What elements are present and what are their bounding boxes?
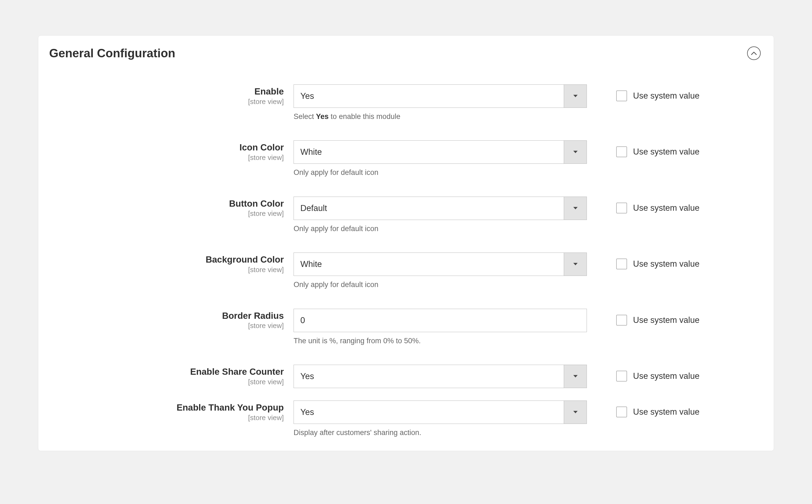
system-value-col: Use system value — [587, 309, 700, 326]
use-system-value-label: Use system value — [633, 259, 700, 269]
label-col: Button Color [store view] — [49, 197, 294, 218]
field-hint: Select Yes to enable this module — [294, 112, 587, 121]
system-value-col: Use system value — [587, 253, 700, 269]
system-value-col: Use system value — [587, 140, 700, 157]
label-col: Enable [store view] — [49, 84, 294, 106]
system-value-col: Use system value — [587, 401, 700, 417]
use-system-value-label: Use system value — [633, 315, 700, 325]
thank-you-popup-select[interactable]: Yes — [294, 401, 587, 424]
use-system-value-checkbox[interactable] — [616, 90, 627, 101]
control-col: The unit is %, ranging from 0% to 50%. — [294, 309, 587, 346]
enable-select[interactable]: Yes — [294, 84, 587, 108]
field-hint: Only apply for default icon — [294, 280, 587, 289]
use-system-value-checkbox[interactable] — [616, 407, 627, 417]
background-color-select[interactable]: White — [294, 253, 587, 276]
use-system-value-label: Use system value — [633, 91, 700, 101]
chevron-up-icon — [751, 51, 757, 55]
dropdown-arrow — [564, 253, 587, 276]
control-col: White Only apply for default icon — [294, 253, 587, 289]
select-value: Yes — [294, 407, 564, 417]
dropdown-arrow — [564, 401, 587, 424]
select-value: White — [294, 147, 564, 157]
use-system-value-checkbox[interactable] — [616, 315, 627, 326]
field-scope: [store view] — [49, 209, 284, 218]
system-value-col: Use system value — [587, 197, 700, 213]
caret-down-icon — [573, 207, 578, 210]
field-label: Border Radius — [49, 310, 284, 321]
field-scope: [store view] — [49, 414, 284, 422]
use-system-value-checkbox[interactable] — [616, 203, 627, 213]
use-system-value-label: Use system value — [633, 407, 700, 417]
field-icon-color: Icon Color [store view] White Only apply… — [49, 140, 763, 177]
label-col: Background Color [store view] — [49, 253, 294, 274]
caret-down-icon — [573, 263, 578, 266]
field-label: Icon Color — [49, 142, 284, 153]
field-enable: Enable [store view] Yes Select Yes to en… — [49, 84, 763, 121]
select-value: Yes — [294, 371, 564, 381]
use-system-value-label: Use system value — [633, 371, 700, 381]
system-value-col: Use system value — [587, 84, 700, 101]
system-value-col: Use system value — [587, 365, 700, 382]
field-hint: Display after customers' sharing action. — [294, 428, 587, 437]
general-configuration-panel: General Configuration Enable [store view… — [38, 35, 774, 451]
field-hint: The unit is %, ranging from 0% to 50%. — [294, 336, 587, 346]
share-counter-select[interactable]: Yes — [294, 365, 587, 388]
control-col: Default Only apply for default icon — [294, 197, 587, 234]
field-scope: [store view] — [49, 153, 284, 162]
field-scope: [store view] — [49, 322, 284, 330]
collapse-toggle[interactable] — [747, 46, 761, 60]
field-button-color: Button Color [store view] Default Only a… — [49, 197, 763, 234]
field-thank-you-popup: Enable Thank You Popup [store view] Yes … — [49, 401, 763, 437]
field-label: Enable Share Counter — [49, 366, 284, 377]
label-col: Enable Share Counter [store view] — [49, 365, 294, 386]
border-radius-input[interactable] — [294, 309, 587, 332]
use-system-value-checkbox[interactable] — [616, 259, 627, 269]
field-label: Background Color — [49, 254, 284, 265]
control-col: White Only apply for default icon — [294, 140, 587, 177]
caret-down-icon — [573, 375, 578, 378]
field-background-color: Background Color [store view] White Only… — [49, 253, 763, 289]
control-col: Yes Select Yes to enable this module — [294, 84, 587, 121]
control-col: Yes — [294, 365, 587, 388]
field-label: Button Color — [49, 198, 284, 209]
select-value: Yes — [294, 91, 564, 101]
use-system-value-label: Use system value — [633, 203, 700, 213]
icon-color-select[interactable]: White — [294, 140, 587, 164]
button-color-select[interactable]: Default — [294, 197, 587, 220]
field-hint: Only apply for default icon — [294, 224, 587, 234]
dropdown-arrow — [564, 197, 587, 220]
dropdown-arrow — [564, 85, 587, 108]
field-label: Enable Thank You Popup — [49, 402, 284, 413]
dropdown-arrow — [564, 141, 587, 163]
use-system-value-label: Use system value — [633, 147, 700, 157]
field-scope: [store view] — [49, 266, 284, 274]
field-hint: Only apply for default icon — [294, 168, 587, 177]
select-value: Default — [294, 203, 564, 213]
caret-down-icon — [573, 95, 578, 98]
panel-header: General Configuration — [49, 46, 763, 60]
field-share-counter: Enable Share Counter [store view] Yes Us… — [49, 365, 763, 388]
field-scope: [store view] — [49, 97, 284, 106]
use-system-value-checkbox[interactable] — [616, 371, 627, 382]
label-col: Icon Color [store view] — [49, 140, 294, 162]
label-col: Border Radius [store view] — [49, 309, 294, 330]
panel-title: General Configuration — [49, 46, 175, 60]
field-scope: [store view] — [49, 378, 284, 386]
field-border-radius: Border Radius [store view] The unit is %… — [49, 309, 763, 346]
use-system-value-checkbox[interactable] — [616, 146, 627, 157]
label-col: Enable Thank You Popup [store view] — [49, 401, 294, 422]
select-value: White — [294, 259, 564, 269]
caret-down-icon — [573, 411, 578, 414]
dropdown-arrow — [564, 365, 587, 388]
control-col: Yes Display after customers' sharing act… — [294, 401, 587, 437]
caret-down-icon — [573, 150, 578, 154]
field-label: Enable — [49, 86, 284, 97]
